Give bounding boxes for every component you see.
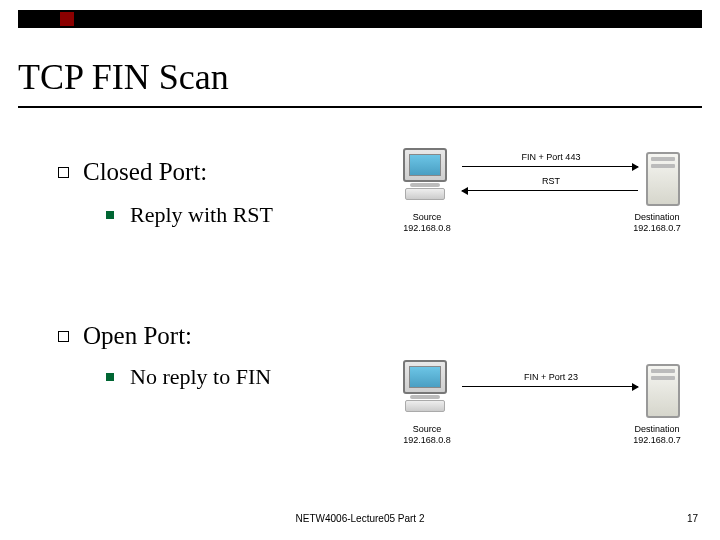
bullet-closed-label: Closed Port: <box>83 158 207 185</box>
arrow-fin-icon <box>462 166 638 167</box>
diagram-open-port: Source192.168.0.8 Destination192.168.0.7… <box>378 360 702 466</box>
page-number: 17 <box>687 513 698 524</box>
arrow-fin-label: FIN + Port 23 <box>496 372 606 382</box>
arrow-fin-icon <box>462 386 638 387</box>
destination-server-icon <box>646 364 680 418</box>
source-label: Source192.168.0.8 <box>382 424 472 446</box>
bullet-open-label: Open Port: <box>83 322 192 349</box>
square-bullet-icon <box>58 167 69 178</box>
bullet-closed-port: Closed Port: <box>58 158 207 186</box>
arrow-fin-label: FIN + Port 443 <box>496 152 606 162</box>
title-underline <box>18 106 702 108</box>
bullet-open-port: Open Port: <box>58 322 192 350</box>
source-computer-icon <box>394 148 456 210</box>
diagram-closed-port: Source192.168.0.8 Destination192.168.0.7… <box>378 148 702 254</box>
solid-bullet-icon <box>106 373 114 381</box>
destination-label: Destination192.168.0.7 <box>612 424 702 446</box>
accent-square-icon <box>60 12 74 26</box>
square-bullet-icon <box>58 331 69 342</box>
source-label: Source192.168.0.8 <box>382 212 472 234</box>
source-computer-icon <box>394 360 456 422</box>
slide-title: TCP FIN Scan <box>18 56 702 104</box>
sub-bullet-open: No reply to FIN <box>106 364 271 390</box>
arrow-rst-label: RST <box>496 176 606 186</box>
arrow-rst-icon <box>462 190 638 191</box>
sub-closed-text: Reply with RST <box>130 202 273 227</box>
solid-bullet-icon <box>106 211 114 219</box>
destination-label: Destination192.168.0.7 <box>612 212 702 234</box>
sub-open-text: No reply to FIN <box>130 364 271 389</box>
title-bar <box>18 10 702 28</box>
footer-text: NETW4006-Lecture05 Part 2 <box>0 513 720 524</box>
destination-server-icon <box>646 152 680 206</box>
sub-bullet-closed: Reply with RST <box>106 202 273 228</box>
